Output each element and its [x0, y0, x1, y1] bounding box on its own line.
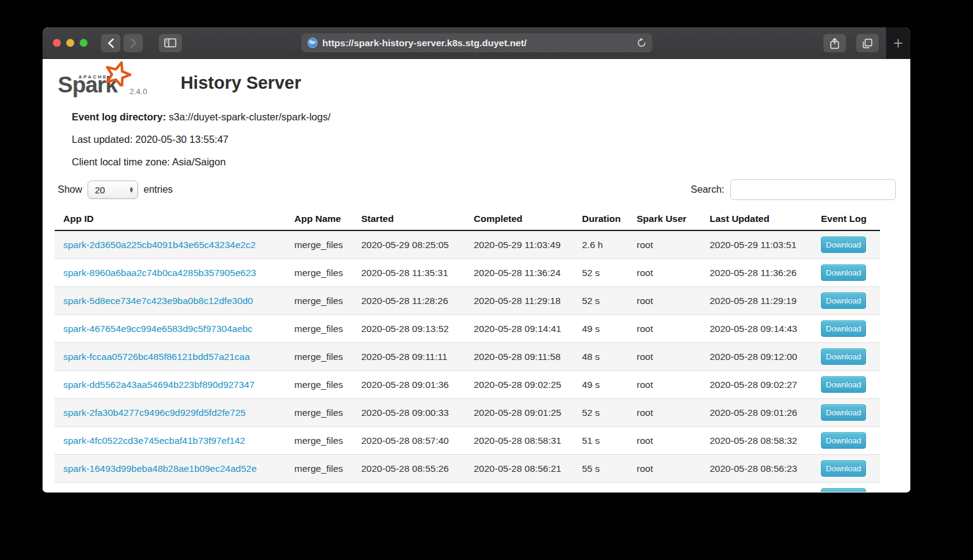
app-name-cell: merge_files: [286, 371, 353, 399]
download-button[interactable]: Download: [821, 348, 866, 365]
started-cell: 2020-05-28 09:00:33: [353, 399, 465, 427]
duration-cell: 49 s: [573, 371, 628, 399]
sidebar-toggle-button[interactable]: [159, 34, 182, 52]
download-button[interactable]: Download: [821, 237, 866, 253]
completed-cell: 2020-05-28 08:56:21: [465, 455, 573, 483]
app-name-cell: merge_files: [286, 427, 353, 455]
col-header-duration[interactable]: Duration: [573, 209, 628, 230]
duration-cell: 52 s: [573, 259, 628, 287]
app-name-cell: merge_files: [286, 259, 353, 287]
table-row: spark-4fc0522cd3e745ecbaf41b73f97ef142 m…: [55, 427, 880, 455]
col-header-event-log[interactable]: Event Log: [812, 209, 880, 230]
spark-user-cell: root: [628, 371, 701, 399]
chevron-left-icon: [108, 38, 114, 48]
app-id-link[interactable]: spark-4fc0522cd3e745ecbaf41b73f97ef142: [63, 435, 245, 446]
table-row: spark-8960a6baa2c74b0ca4285b357905e623 m…: [55, 259, 880, 287]
completed-cell: 2020-05-28 09:02:25: [465, 371, 573, 399]
app-id-link[interactable]: spark-467654e9cc994e6583d9c5f97304aebc: [63, 323, 252, 334]
entries-label: entries: [144, 184, 173, 195]
duration-cell: 49 s: [573, 315, 628, 343]
app-name-cell: merge_files: [286, 399, 353, 427]
url-text: https://spark-history-server.k8s.stg.duy…: [322, 38, 637, 49]
show-tabs-button[interactable]: [856, 34, 879, 52]
select-stepper-icon: ▲▼: [129, 187, 134, 193]
col-header-spark-user[interactable]: Spark User: [628, 209, 701, 230]
app-name-cell: merge_files: [286, 315, 353, 343]
traffic-lights: [53, 39, 88, 47]
app-id-link[interactable]: spark-87301b89320f4a3fb671a904c4fad799: [63, 491, 249, 493]
forward-button[interactable]: [123, 34, 143, 52]
share-button[interactable]: [823, 34, 846, 52]
spark-version: 2.4.0: [130, 87, 147, 96]
browser-window: https://spark-history-server.k8s.stg.duy…: [43, 27, 910, 493]
started-cell: 2020-05-28 11:35:31: [353, 259, 465, 287]
app-id-link[interactable]: spark-dd5562a43aa54694b223bf890d927347: [63, 379, 255, 390]
app-id-link[interactable]: spark-fccaa05726bc485f86121bdd57a21caa: [63, 351, 250, 362]
app-id-link[interactable]: spark-5d8ece734e7c423e9ba0b8c12dfe30d0: [63, 296, 253, 306]
search-input[interactable]: [730, 179, 896, 200]
back-button[interactable]: [101, 34, 120, 52]
duration-cell: 48 s: [573, 343, 628, 371]
table-row: spark-fccaa05726bc485f86121bdd57a21caa m…: [55, 343, 880, 371]
completed-cell: 2020-05-28 08:55:28: [465, 483, 573, 493]
download-button[interactable]: Download: [821, 460, 866, 477]
duration-cell: 1.3 min: [573, 483, 628, 493]
started-cell: 2020-05-28 09:01:36: [353, 371, 465, 399]
download-button[interactable]: Download: [821, 320, 866, 337]
entries-select[interactable]: 20 ▲▼: [88, 181, 138, 199]
app-name-cell: merge_files: [286, 483, 353, 493]
completed-cell: 2020-05-29 11:03:49: [465, 230, 573, 259]
close-window-button[interactable]: [53, 39, 61, 47]
completed-cell: 2020-05-28 11:36:24: [465, 259, 573, 287]
spark-user-cell: root: [628, 399, 701, 427]
download-button[interactable]: Download: [821, 292, 866, 309]
completed-cell: 2020-05-28 09:14:41: [465, 315, 573, 343]
spark-user-cell: root: [628, 315, 701, 343]
table-row: spark-2d3650a225cb4091b43e65c43234e2c2 m…: [55, 230, 880, 259]
app-name-cell: merge_files: [286, 230, 353, 259]
col-header-app-name[interactable]: App Name: [286, 209, 353, 230]
table-row: spark-467654e9cc994e6583d9c5f97304aebc m…: [55, 315, 880, 343]
last-updated-cell: 2020-05-28 08:56:23: [701, 455, 812, 483]
app-id-link[interactable]: spark-2d3650a225cb4091b43e65c43234e2c2: [63, 240, 255, 250]
table-row: spark-dd5562a43aa54694b223bf890d927347 m…: [55, 371, 880, 399]
spark-logo: APACHE Spark: [58, 65, 125, 98]
timezone-line: Client local time zone: Asia/Saigon: [72, 156, 910, 168]
col-header-started[interactable]: Started: [353, 209, 465, 230]
download-button[interactable]: Download: [821, 488, 866, 492]
col-header-app-id[interactable]: App ID: [55, 209, 286, 230]
new-tab-button[interactable]: +: [886, 27, 910, 59]
search-label: Search:: [691, 184, 724, 195]
reload-icon[interactable]: [637, 38, 646, 48]
completed-cell: 2020-05-28 09:01:25: [465, 399, 573, 427]
started-cell: 2020-05-28 08:57:40: [353, 427, 465, 455]
address-bar[interactable]: https://spark-history-server.k8s.stg.duy…: [301, 33, 652, 52]
page-content: APACHE Spark 2.4.0 History Server Event …: [43, 59, 910, 492]
col-header-last-updated[interactable]: Last Updated: [701, 209, 812, 230]
last-updated-cell: 2020-05-28 08:55:30: [701, 483, 812, 493]
download-button[interactable]: Download: [821, 264, 866, 281]
col-header-completed[interactable]: Completed: [465, 209, 573, 230]
app-id-link[interactable]: spark-8960a6baa2c74b0ca4285b357905e623: [63, 268, 256, 278]
minimize-window-button[interactable]: [66, 39, 74, 47]
started-cell: 2020-05-29 08:25:05: [353, 230, 465, 259]
last-updated-cell: 2020-05-28 11:29:19: [701, 287, 812, 315]
started-cell: 2020-05-28 11:28:26: [353, 287, 465, 315]
app-name-cell: merge_files: [286, 287, 353, 315]
download-button[interactable]: Download: [821, 432, 866, 449]
app-name-cell: merge_files: [286, 455, 353, 483]
browser-titlebar: https://spark-history-server.k8s.stg.duy…: [43, 27, 910, 59]
last-updated-cell: 2020-05-28 09:02:27: [701, 371, 812, 399]
last-updated-cell: 2020-05-29 11:03:51: [701, 230, 812, 259]
app-id-link[interactable]: spark-2fa30b4277c9496c9d929fd5fd2fe725: [63, 407, 246, 418]
event-log-label: Event log directory:: [72, 111, 166, 122]
download-button[interactable]: Download: [821, 376, 866, 393]
zoom-window-button[interactable]: [80, 39, 88, 47]
app-id-link[interactable]: spark-16493d99beba48b28ae1b09ec24ad52e: [63, 463, 257, 474]
duration-cell: 2.6 h: [573, 230, 628, 259]
sidebar-icon: [164, 38, 176, 47]
table-row: spark-16493d99beba48b28ae1b09ec24ad52e m…: [55, 455, 880, 483]
download-button[interactable]: Download: [821, 404, 866, 421]
last-updated-cell: 2020-05-28 08:58:32: [701, 427, 812, 455]
duration-cell: 52 s: [573, 399, 628, 427]
